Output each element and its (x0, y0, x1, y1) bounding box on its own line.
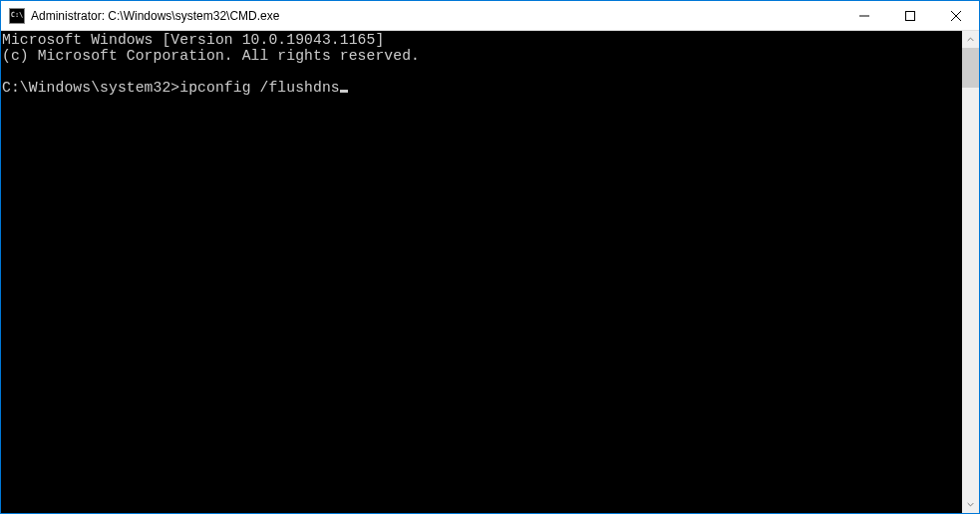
cmd-icon-label: C:\ (11, 12, 24, 19)
svg-rect-1 (906, 11, 915, 20)
close-button[interactable] (933, 1, 979, 30)
chevron-down-icon (967, 501, 974, 508)
minimize-button[interactable] (841, 1, 887, 30)
window-title: Administrator: C:\Windows\system32\CMD.e… (31, 9, 841, 23)
scroll-down-button[interactable] (962, 496, 979, 513)
scroll-up-button[interactable] (962, 31, 979, 48)
terminal-line: (c) Microsoft Corporation. All rights re… (2, 48, 420, 64)
minimize-icon (859, 11, 869, 21)
maximize-icon (905, 11, 915, 21)
scroll-thumb[interactable] (962, 48, 979, 88)
terminal-prompt: C:\Windows\system32> (2, 80, 179, 96)
scroll-track[interactable] (962, 48, 979, 496)
window-controls (841, 1, 979, 30)
text-cursor (340, 90, 348, 93)
chevron-up-icon (967, 36, 974, 43)
terminal-output[interactable]: Microsoft Windows [Version 10.0.19043.11… (1, 31, 962, 513)
titlebar[interactable]: C:\ Administrator: C:\Windows\system32\C… (1, 1, 979, 31)
content-area: Microsoft Windows [Version 10.0.19043.11… (1, 31, 979, 513)
terminal-line: Microsoft Windows [Version 10.0.19043.11… (2, 32, 384, 48)
cmd-icon: C:\ (9, 8, 25, 24)
vertical-scrollbar[interactable] (962, 31, 979, 513)
terminal-command: ipconfig /flushdns (179, 80, 339, 96)
close-icon (951, 11, 961, 21)
cmd-window: C:\ Administrator: C:\Windows\system32\C… (0, 0, 980, 514)
maximize-button[interactable] (887, 1, 933, 30)
